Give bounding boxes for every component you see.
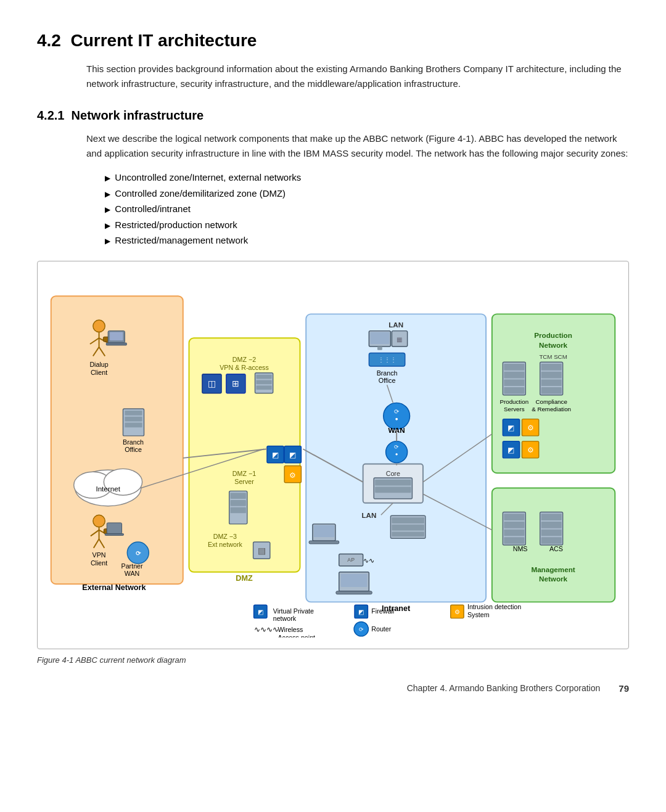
svg-text:◫: ◫ [208,379,216,388]
svg-text:⚙: ⚙ [527,446,534,454]
svg-text:◩: ◩ [358,608,364,615]
svg-text:⟳: ⟳ [359,626,364,633]
svg-text:Dialup: Dialup [89,360,108,367]
svg-text:TCM  SCM: TCM SCM [539,353,567,360]
svg-text:●: ● [395,415,398,421]
svg-text:⊞: ⊞ [232,379,239,388]
svg-rect-58 [256,385,271,390]
svg-text:DMZ −1: DMZ −1 [232,470,256,477]
svg-rect-138 [504,514,524,520]
list-item: Restricted/production network [99,217,629,233]
svg-text:Client: Client [91,368,107,375]
svg-text:Access point: Access point [278,633,315,637]
svg-text:Network: Network [539,340,568,348]
svg-rect-141 [504,537,524,544]
svg-text:Intrusion detection: Intrusion detection [467,603,521,610]
svg-rect-23 [110,332,123,340]
svg-rect-26 [125,416,142,421]
svg-text:ACS: ACS [549,544,563,552]
svg-text:Wireless: Wireless [278,626,303,633]
svg-rect-146 [541,537,562,544]
svg-text:network: network [273,615,297,622]
svg-text:External Network: External Network [82,583,146,591]
svg-text:Management: Management [531,565,575,573]
page-number: 79 [619,683,629,694]
svg-text:◩: ◩ [508,424,514,432]
svg-point-34 [93,515,105,527]
svg-text:Office: Office [379,377,396,384]
list-item: Controlled/intranet [99,201,629,217]
svg-rect-121 [541,364,562,371]
svg-text:Production: Production [534,331,572,339]
svg-text:⟳: ⟳ [394,408,400,414]
svg-rect-96 [375,486,411,493]
subsection-title: 4.2.1 Network infrastructure [37,109,629,123]
svg-rect-68 [231,493,246,499]
section-title: 4.2 Current IT architecture [37,31,629,51]
svg-text:▤: ▤ [258,546,266,555]
svg-rect-103 [392,517,424,523]
svg-text:DMZ: DMZ [236,574,253,583]
svg-text:VPN & R-access: VPN & R-access [220,363,269,371]
svg-text:VPN: VPN [92,551,106,559]
svg-text:Internet: Internet [96,485,120,493]
svg-text:⚙: ⚙ [527,424,534,432]
svg-point-12 [93,320,105,332]
svg-rect-25 [125,411,142,416]
svg-rect-42 [105,533,123,535]
svg-rect-77 [370,332,389,343]
svg-text:NMS: NMS [513,544,528,552]
chapter-text: Chapter 4. Armando Banking Brothers Corp… [407,683,601,693]
svg-text:Client: Client [91,559,107,567]
svg-rect-100 [309,541,339,544]
svg-rect-27 [125,422,142,427]
svg-text:Core: Core [386,470,400,477]
svg-text:Virtual Private: Virtual Private [273,607,314,614]
svg-rect-140 [504,529,524,536]
svg-rect-95 [375,479,411,485]
section-body: This section provides background informa… [86,62,629,91]
svg-text:⚙: ⚙ [454,608,460,615]
svg-rect-144 [541,521,562,528]
svg-text:AP: AP [347,557,355,563]
svg-rect-110 [341,573,368,586]
svg-text:⚙: ⚙ [289,470,296,478]
network-diagram: External Network DMZ Intranet Production… [37,261,629,649]
svg-text:◩: ◩ [258,608,263,615]
svg-text:WAN: WAN [125,569,140,576]
svg-text:Production: Production [500,398,528,405]
svg-text:Branch: Branch [377,369,398,376]
svg-text:LAN: LAN [361,511,376,519]
svg-text:Partner: Partner [121,562,143,569]
svg-text:DMZ −2: DMZ −2 [232,356,256,363]
svg-text:Office: Office [125,446,142,453]
subsection-body: Next we describe the logical network com… [86,131,629,161]
svg-rect-57 [256,380,271,384]
svg-rect-117 [504,387,524,394]
svg-text:Compliance: Compliance [535,398,567,405]
svg-rect-70 [231,507,246,513]
svg-text:●: ● [395,451,398,456]
list-item: Uncontrolled zone/Internet, external net… [99,170,629,186]
svg-text:◩: ◩ [272,450,279,458]
network-diagram-svg: External Network DMZ Intranet Production… [45,273,621,638]
figure-caption: Figure 4-1 ABBC current network diagram [37,655,629,665]
svg-text:& Remediation: & Remediation [532,405,571,412]
svg-rect-41 [107,522,121,533]
page-footer: Chapter 4. Armando Banking Brothers Corp… [37,683,629,694]
svg-text:System: System [467,610,490,618]
svg-text:Firewall: Firewall [371,607,394,614]
svg-rect-56 [256,374,271,379]
svg-text:⋮⋮⋮: ⋮⋮⋮ [378,356,397,363]
svg-text:⟳: ⟳ [394,444,399,450]
svg-rect-104 [392,524,424,530]
svg-text:⟳: ⟳ [136,550,141,557]
svg-rect-123 [541,379,562,386]
svg-text:LAN: LAN [388,320,403,328]
svg-rect-22 [106,343,126,345]
svg-text:Servers: Servers [504,405,525,412]
svg-rect-145 [541,529,562,536]
svg-rect-143 [541,514,562,520]
svg-text:Network: Network [539,575,568,583]
svg-text:▦: ▦ [397,336,402,343]
